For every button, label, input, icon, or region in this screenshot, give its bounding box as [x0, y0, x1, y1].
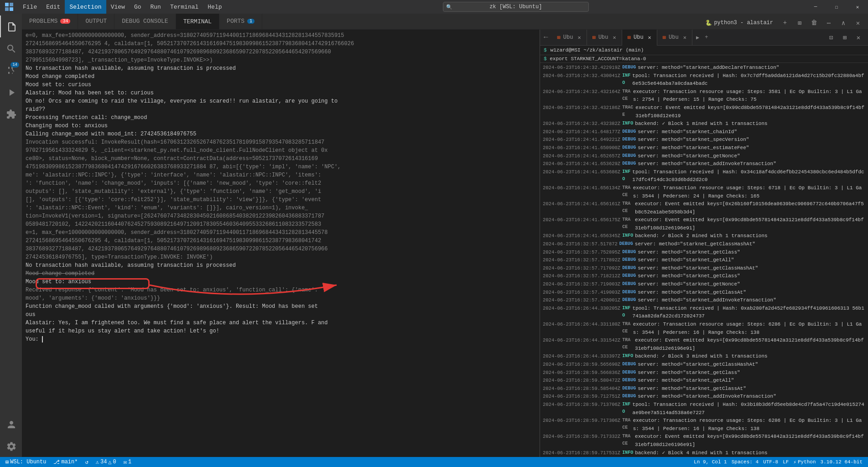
- svg-rect-1: [10, 3, 13, 6]
- log-line: 2024-06-23T16:24:41.649221ZDEBUGserver: …: [542, 136, 866, 144]
- status-language[interactable]: ⚡ Python: [791, 459, 817, 465]
- ubuntu-tab-close-3[interactable]: ✕: [648, 34, 651, 41]
- log-timestamp: 2024-06-23T16:28:59.717306Z: [543, 417, 620, 433]
- panel-log-content[interactable]: 2024-06-23T16:24:32.422919ZDEBUGserver: …: [540, 63, 868, 457]
- ubuntu-tab-close-4[interactable]: ✕: [683, 34, 686, 41]
- log-level: INFO: [622, 449, 633, 457]
- panel-tab-ubuntu1[interactable]: ⊞ Ubu ✕: [552, 30, 587, 46]
- log-message: server: method="starknet_getNonce": [638, 152, 740, 161]
- log-line: 2024-06-23T16:32:57.719003ZDEBUGserver: …: [542, 280, 866, 289]
- log-line: 2024-06-23T16:24:32.422919ZDEBUGserver: …: [542, 64, 866, 72]
- panel-tab-ubuntu2[interactable]: ⊞ Ubu ✕: [587, 30, 622, 46]
- log-message: server: method="starknet_getClass": [638, 272, 740, 280]
- status-notifications[interactable]: ✉ 1: [122, 457, 133, 467]
- log-timestamp: 2024-06-23T16:28:59.713706Z: [543, 401, 620, 417]
- add-terminal-button[interactable]: +: [703, 30, 710, 46]
- log-message: executor: Event emitted keys=[0x99cd8bde…: [635, 104, 865, 120]
- menu-selection[interactable]: Selection: [65, 0, 106, 14]
- delete-terminal-button[interactable]: 🗑: [808, 16, 821, 29]
- panel-up-button[interactable]: ∧: [837, 16, 850, 29]
- minimize-button[interactable]: ─: [805, 0, 826, 14]
- menu-run[interactable]: Run: [146, 0, 165, 14]
- panel-right-controls: ⊡ ⊞ ✕: [825, 31, 868, 43]
- menu-edit[interactable]: Edit: [42, 0, 65, 14]
- extensions-icon[interactable]: [0, 103, 22, 125]
- new-terminal-button[interactable]: +: [779, 16, 791, 29]
- shell-prompt-icon: $: [544, 47, 547, 53]
- tab-bar: PROBLEMS 34 OUTPUT DEBUG CONSOLE TERMINA…: [22, 14, 868, 30]
- search-activity-icon[interactable]: [0, 37, 22, 59]
- split-terminal-button[interactable]: ⊞: [793, 16, 806, 29]
- status-spaces[interactable]: Spaces: 4: [730, 459, 760, 465]
- more-actions-button[interactable]: ⋯: [822, 16, 835, 29]
- status-eol[interactable]: LF: [781, 459, 790, 465]
- status-branch[interactable]: ⎇ main*: [52, 457, 79, 467]
- log-level: TRACE: [622, 216, 633, 232]
- log-level: DEBUG: [622, 160, 636, 168]
- panel-split-button[interactable]: ⊞: [839, 31, 851, 43]
- log-timestamp: 2024-06-23T16:32:57.719003Z: [543, 280, 620, 289]
- panel-maximize-button[interactable]: ⊡: [825, 31, 837, 43]
- ubuntu-tab-close-2[interactable]: ✕: [613, 34, 616, 41]
- log-timestamp: 2024-06-23T16:26:44.331542Z: [543, 337, 620, 353]
- status-sync[interactable]: ↺: [83, 457, 90, 467]
- search-icon: 🔍: [446, 4, 452, 10]
- log-message: server: method="starknet_getClassHashAt": [638, 265, 758, 273]
- panel-close-button[interactable]: ✕: [852, 16, 864, 29]
- search-text: zk [WSL: Ubuntu]: [489, 4, 542, 10]
- log-level: DEBUG: [622, 377, 636, 385]
- log-level: TRACE: [622, 88, 631, 104]
- files-icon[interactable]: [0, 16, 22, 37]
- play-button[interactable]: ▶: [692, 30, 703, 46]
- notification-count: 1: [128, 459, 131, 465]
- ubuntu-tab-close-1[interactable]: ✕: [577, 34, 581, 41]
- sync-icon: ↺: [85, 459, 88, 466]
- status-errors[interactable]: ⚠ 34 △ 0: [94, 457, 118, 467]
- python-terminal-label[interactable]: 🐍 python3 - alastair: [702, 16, 777, 29]
- log-timestamp: 2024-06-23T16:32:57.717092Z: [543, 265, 620, 273]
- menu-help[interactable]: Help: [203, 0, 226, 14]
- menu-terminal[interactable]: Terminal: [166, 0, 203, 14]
- tab-debug-console[interactable]: DEBUG CONSOLE: [114, 14, 176, 29]
- window-controls: ─ ☐ ✕: [805, 0, 868, 14]
- status-python-version[interactable]: 3.10.12 64-bit: [819, 459, 864, 465]
- log-level: INFO: [622, 305, 630, 321]
- tab-output[interactable]: OUTPUT: [78, 14, 114, 29]
- log-line: 2024-06-23T16:24:41.656161ZTRACEexecutor…: [542, 200, 866, 216]
- log-message: tpool: Transaction received | Hash: 0xab…: [633, 305, 865, 321]
- status-bar-right: Ln 9, Col 1 Spaces: 4 UTF-8 LF ⚡ Python …: [692, 459, 864, 465]
- maximize-button[interactable]: ☐: [826, 0, 847, 14]
- menu-view[interactable]: View: [106, 0, 130, 14]
- log-level: DEBUG: [622, 256, 636, 265]
- run-debug-icon[interactable]: [0, 81, 22, 103]
- log-level: DEBUG: [622, 265, 636, 273]
- log-timestamp: 2024-06-23T16:24:41.656134Z: [543, 184, 620, 200]
- tab-problems[interactable]: PROBLEMS 34: [22, 14, 78, 29]
- panel-tab-ubuntu4[interactable]: ⊞ Ubu ✕: [657, 30, 692, 46]
- log-line: 2024-06-23T16:26:44.330205ZINFOtpool: Tr…: [542, 305, 866, 321]
- log-line: 2024-06-23T16:28:59.717332ZTRACEexecutor…: [542, 433, 866, 449]
- close-button[interactable]: ✕: [847, 0, 868, 14]
- status-position[interactable]: Ln 9, Col 1: [692, 459, 729, 465]
- log-message: tpool: Transaction received | Hash: 0x34…: [632, 168, 865, 184]
- settings-icon[interactable]: [0, 435, 22, 457]
- tab-ports[interactable]: PORTS 1: [219, 14, 262, 29]
- log-message: server: method="starknet_getNonce": [638, 280, 740, 289]
- tab-terminal[interactable]: TERMINAL: [176, 14, 219, 29]
- status-encoding[interactable]: UTF-8: [761, 459, 780, 465]
- panel-close-button[interactable]: ✕: [852, 31, 864, 43]
- warning-icon: △: [108, 459, 111, 466]
- search-box[interactable]: 🔍 zk [WSL: Ubuntu]: [443, 2, 589, 12]
- source-control-icon[interactable]: 14: [0, 59, 22, 81]
- language-label: Python: [798, 459, 816, 465]
- panel-back-button[interactable]: ←: [540, 33, 552, 42]
- shell-user-host: w1zard@MSI ~/zk/alastair (main): [551, 47, 644, 53]
- tab-problems-label: PROBLEMS: [29, 18, 57, 25]
- accounts-icon[interactable]: [0, 413, 22, 435]
- status-wsl[interactable]: ⊞ WSL: Ubuntu: [4, 457, 48, 467]
- log-line: 2024-06-23T16:24:41.653686ZINFOtpool: Tr…: [542, 168, 866, 184]
- menu-go[interactable]: Go: [130, 0, 146, 14]
- editor-content: e=0, max_fee=10000000000000000, sender_a…: [22, 30, 868, 457]
- panel-tab-ubuntu3[interactable]: ⊞ Ubu ✕: [622, 30, 657, 46]
- menu-file[interactable]: File: [18, 0, 42, 14]
